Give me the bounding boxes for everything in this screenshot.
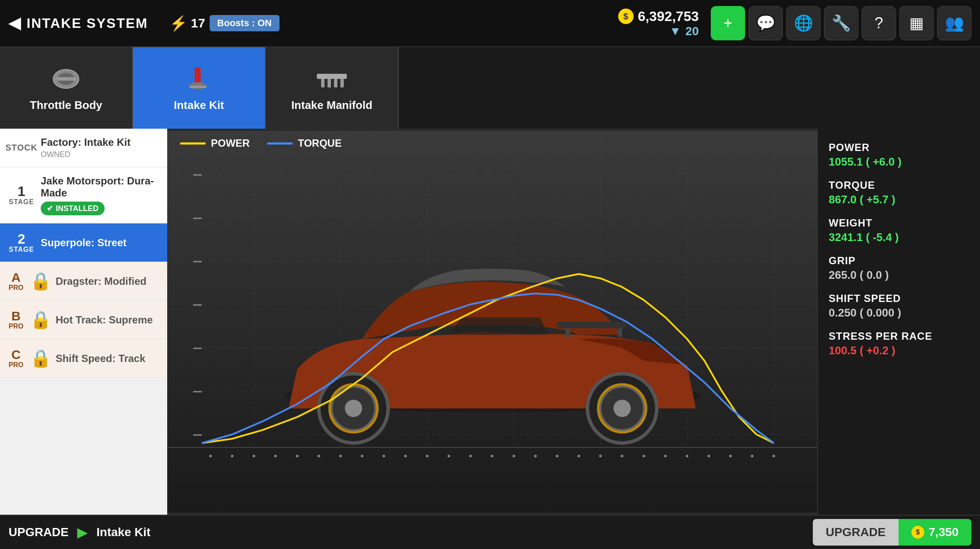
- add-icon: +: [723, 14, 732, 32]
- svg-point-57: [556, 455, 559, 457]
- globe-icon: 🌐: [794, 14, 813, 32]
- installed-badge: ✔ INSTALLED: [41, 202, 105, 215]
- stat-stress: STRESS PER RACE 100.5 ( +0.2 ): [829, 330, 969, 357]
- svg-rect-6: [189, 86, 207, 88]
- upgrade-item-proC[interactable]: C PRO 🔒 Shift Speed: Track: [0, 339, 167, 378]
- svg-rect-72: [193, 348, 202, 349]
- diamond-icon: ▼: [669, 24, 681, 38]
- svg-point-63: [686, 455, 688, 457]
- lightning-icon: ⚡: [169, 15, 187, 32]
- power-label: POWER: [211, 137, 250, 149]
- proC-item-info: Shift Speed: Track: [56, 353, 159, 365]
- svg-point-54: [491, 455, 493, 457]
- coin-icon: $: [618, 9, 634, 24]
- proB-text: PRO: [9, 323, 24, 330]
- power-line: [180, 142, 206, 145]
- svg-rect-69: [193, 217, 202, 219]
- grid-button[interactable]: ▦: [899, 6, 934, 40]
- proB-letter: B: [12, 310, 21, 323]
- proA-letter: A: [12, 271, 21, 284]
- proC-lock-icon: 🔒: [30, 348, 51, 368]
- upgrade-item-stock[interactable]: STOCK Factory: Intake Kit OWNED: [0, 129, 167, 167]
- play-icon: ▶: [77, 524, 88, 540]
- intake-kit-img: [180, 64, 218, 94]
- stage2-badge: 2 STAGE: [9, 232, 34, 253]
- torque-stat-value: 867.0 ( +5.7 ): [829, 193, 969, 206]
- svg-point-47: [339, 455, 342, 457]
- tab-intake-manifold[interactable]: Intake Manifold: [266, 47, 399, 129]
- stat-weight: WEIGHT 3241.1 ( -5.4 ): [829, 217, 969, 244]
- proC-item-name: Shift Speed: Track: [56, 353, 159, 365]
- upgrade-btn-group[interactable]: UPGRADE $ 7,350: [813, 519, 971, 546]
- right-panel: POWER 1055.1 ( +6.0 ) TORQUE 867.0 ( +5.…: [817, 129, 980, 515]
- chart-legend: POWER TORQUE: [180, 137, 342, 149]
- bottom-upgrade-label: UPGRADE: [9, 525, 69, 539]
- part-tabs: Throttle Body Intake Kit Intake Manifold: [0, 47, 980, 129]
- upgrade-item-proA[interactable]: A PRO 🔒 Dragster: Modified: [0, 262, 167, 301]
- svg-point-60: [621, 455, 623, 457]
- power-legend: POWER: [180, 137, 250, 149]
- tab-intake-kit[interactable]: Intake Kit: [133, 47, 266, 129]
- svg-point-64: [707, 455, 710, 457]
- help-button[interactable]: ?: [862, 6, 896, 40]
- svg-point-42: [231, 455, 234, 457]
- svg-rect-11: [340, 79, 344, 87]
- proC-text: PRO: [9, 361, 24, 369]
- stage1-item-name: Jake Motorsport: Dura-Made: [41, 175, 159, 199]
- diamond-amount: 20: [685, 24, 699, 38]
- person-button[interactable]: 👥: [937, 6, 971, 40]
- grid-icon: ▦: [909, 14, 924, 32]
- upgrade-btn-price[interactable]: $ 7,350: [899, 519, 971, 546]
- svg-point-67: [773, 455, 775, 457]
- stat-shift-speed: SHIFT SPEED 0.250 ( 0.000 ): [829, 293, 969, 320]
- stress-stat-value: 100.5 ( +0.2 ): [829, 344, 969, 357]
- svg-rect-71: [193, 305, 202, 306]
- chart-svg: [167, 129, 817, 515]
- svg-point-66: [751, 455, 753, 457]
- stage2-label: STAGE: [9, 246, 34, 253]
- add-button[interactable]: +: [711, 6, 745, 40]
- stage2-num: 2: [18, 232, 25, 246]
- svg-point-43: [253, 455, 255, 457]
- svg-point-49: [382, 455, 385, 457]
- left-panel: STOCK Factory: Intake Kit OWNED 1 STAGE …: [0, 129, 167, 515]
- lightning-group: ⚡ 17: [169, 15, 205, 32]
- svg-point-56: [534, 455, 537, 457]
- stat-grip: GRIP 265.0 ( 0.0 ): [829, 255, 969, 282]
- globe-button[interactable]: 🌐: [786, 6, 821, 40]
- back-button[interactable]: ◀ INTAKE SYSTEM: [9, 14, 148, 32]
- shift-speed-stat-value: 0.250 ( 0.000 ): [829, 306, 969, 320]
- stage1-badge: 1 STAGE: [9, 184, 34, 206]
- tab-intake-manifold-label: Intake Manifold: [291, 99, 372, 112]
- upgrade-price: 7,350: [929, 525, 959, 539]
- svg-rect-10: [334, 79, 337, 87]
- upgrade-item-stage2[interactable]: 2 STAGE Superpole: Street: [0, 223, 167, 262]
- stress-stat-name: STRESS PER RACE: [829, 330, 969, 342]
- throttle-body-img: [47, 64, 85, 94]
- proA-item-name: Dragster: Modified: [56, 275, 159, 287]
- chat-icon: 💬: [756, 14, 776, 32]
- boost-badge[interactable]: Boosts : ON: [210, 15, 280, 31]
- proA-text: PRO: [9, 284, 24, 292]
- svg-point-46: [318, 455, 320, 457]
- svg-rect-30: [557, 322, 627, 328]
- svg-point-41: [209, 455, 212, 457]
- header: ◀ INTAKE SYSTEM ⚡ 17 Boosts : ON $ 6,392…: [0, 0, 980, 47]
- chat-button[interactable]: 💬: [749, 6, 783, 40]
- grip-stat-name: GRIP: [829, 255, 969, 267]
- wrench-button[interactable]: 🔧: [824, 6, 858, 40]
- back-arrow-icon: ◀: [9, 14, 21, 32]
- svg-point-53: [469, 455, 472, 457]
- svg-rect-31: [566, 328, 570, 337]
- torque-line: [267, 142, 293, 145]
- svg-point-58: [577, 455, 580, 457]
- upgrade-item-proB[interactable]: B PRO 🔒 Hot Track: Supreme: [0, 301, 167, 339]
- svg-rect-3: [195, 67, 201, 84]
- tab-throttle-body[interactable]: Throttle Body: [0, 47, 133, 129]
- upgrade-item-stage1[interactable]: 1 STAGE Jake Motorsport: Dura-Made ✔ INS…: [0, 167, 167, 223]
- stage1-item-info: Jake Motorsport: Dura-Made ✔ INSTALLED: [41, 175, 159, 215]
- upgrade-btn-label[interactable]: UPGRADE: [813, 519, 899, 546]
- svg-point-52: [448, 455, 450, 457]
- check-icon: ✔: [47, 204, 53, 213]
- page-title: INTAKE SYSTEM: [27, 15, 148, 31]
